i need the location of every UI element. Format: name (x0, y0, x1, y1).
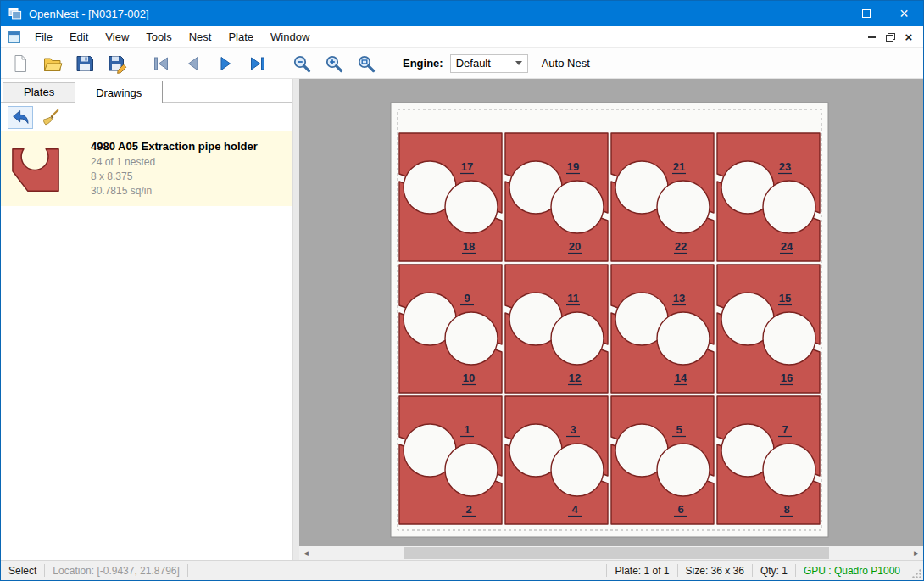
status-separator (187, 564, 188, 577)
part-notch (445, 312, 498, 365)
status-bar: Select Location: [-0.9437, 21.8796] Plat… (1, 560, 923, 580)
go-first-button[interactable] (147, 51, 175, 76)
scrollbar-thumb[interactable] (404, 547, 829, 559)
open-button[interactable] (38, 51, 67, 76)
tab-plates[interactable]: Plates (3, 82, 75, 102)
title-bar: OpenNest - [N0317-002] × (1, 1, 923, 26)
mdi-close-button[interactable]: × (899, 29, 918, 46)
open-folder-icon (42, 53, 63, 74)
go-last-button[interactable] (243, 51, 272, 76)
part-notch (763, 181, 815, 233)
menu-item-plate[interactable]: Plate (220, 27, 262, 47)
scrollbar-track[interactable] (314, 546, 909, 560)
sidebar-tabs: Plates Drawings (1, 79, 292, 103)
nest-pair: 1112 (505, 265, 608, 393)
part-number-label: 12 (569, 372, 581, 384)
window-title: OpenNest - [N0317-002] (29, 8, 149, 20)
part-area: 30.7815 sq/in (91, 184, 258, 198)
part-notch (551, 312, 604, 365)
auto-nest-button[interactable]: Auto Nest (542, 57, 590, 70)
scroll-right-button[interactable]: ► (909, 546, 923, 560)
part-number-label: 2 (465, 503, 471, 516)
status-mode: Select (1, 565, 44, 577)
go-next-button[interactable] (211, 51, 240, 76)
nest-pair: 2324 (717, 133, 820, 261)
part-number-label: 20 (569, 240, 581, 253)
part-notch (445, 444, 498, 496)
menu-bar: File Edit View Tools Nest Plate Window × (1, 26, 923, 48)
part-number-label: 8 (783, 503, 789, 516)
part-number-label: 7 (782, 423, 788, 436)
part-number-label: 19 (567, 160, 579, 173)
scroll-left-button[interactable]: ◄ (299, 546, 314, 560)
new-button[interactable] (6, 51, 35, 76)
status-plate: Plate: 1 of 1 (607, 565, 676, 577)
part-notch (657, 181, 710, 233)
resize-grip[interactable] (910, 567, 923, 580)
part-name: 4980 A05 Extraction pipe holder (91, 140, 258, 153)
save-edit-icon (107, 53, 127, 74)
menu-item-window[interactable]: Window (262, 27, 318, 47)
go-previous-icon (183, 53, 203, 74)
close-icon: × (899, 6, 909, 21)
menu-item-view[interactable]: View (97, 27, 137, 47)
zoom-out-button[interactable] (287, 51, 316, 76)
mdi-close-icon: × (905, 31, 913, 43)
menu-item-nest[interactable]: Nest (181, 27, 220, 47)
part-number-label: 22 (675, 240, 687, 253)
close-button[interactable]: × (885, 1, 923, 26)
nest-viewport: 171819202122232491011121314151612345678 … (299, 79, 923, 560)
sidebar-toolbar (1, 103, 292, 131)
mdi-minimize-button[interactable] (862, 29, 881, 46)
part-number-label: 6 (677, 503, 683, 516)
menu-item-edit[interactable]: Edit (61, 27, 97, 47)
nest-pair: 34 (505, 396, 608, 524)
clear-button[interactable] (38, 106, 64, 129)
broom-icon (42, 108, 61, 127)
part-notch (763, 312, 815, 365)
zoom-fit-icon (356, 53, 376, 74)
zoom-in-button[interactable] (320, 51, 348, 76)
main-toolbar: Engine: Default Auto Nest (1, 48, 923, 79)
maximize-button[interactable] (847, 1, 885, 26)
maximize-icon (862, 9, 871, 18)
save-button[interactable] (70, 51, 99, 76)
part-list-item[interactable]: 4980 A05 Extraction pipe holder 24 of 1 … (1, 131, 292, 206)
part-number-label: 17 (461, 160, 473, 173)
menu-item-tools[interactable]: Tools (137, 27, 180, 47)
part-number-label: 21 (673, 160, 685, 173)
part-number-label: 11 (567, 292, 579, 304)
app-window: OpenNest - [N0317-002] × File Edit View … (0, 0, 924, 581)
part-number-label: 3 (570, 423, 576, 436)
sidebar-splitter[interactable] (292, 79, 299, 560)
zoom-fit-button[interactable] (352, 51, 381, 76)
part-notch (445, 181, 498, 233)
return-arrow-icon (11, 108, 31, 127)
nest-pair: 1718 (399, 133, 502, 261)
tab-drawings[interactable]: Drawings (75, 81, 163, 103)
mdi-restore-button[interactable] (881, 29, 899, 46)
part-number-label: 16 (781, 372, 793, 384)
part-number-label: 9 (464, 292, 470, 304)
minimize-button[interactable] (809, 1, 847, 26)
go-previous-button[interactable] (179, 51, 208, 76)
part-number-label: 13 (673, 292, 685, 304)
engine-select[interactable]: Default (450, 54, 528, 73)
go-last-icon (248, 53, 268, 74)
nest-pair: 56 (611, 396, 714, 524)
save-as-button[interactable] (103, 51, 131, 76)
main-area: Plates Drawings (1, 79, 923, 560)
chevron-down-icon (515, 61, 522, 65)
go-next-icon (215, 53, 236, 74)
part-number-label: 23 (779, 160, 791, 173)
status-gpu: GPU : Quadro P1000 (796, 565, 908, 577)
return-to-plate-button[interactable] (8, 106, 33, 129)
menu-item-file[interactable]: File (26, 27, 61, 47)
engine-label: Engine: (403, 57, 443, 70)
nest-canvas[interactable]: 171819202122232491011121314151612345678 (299, 79, 923, 546)
part-number-label: 4 (571, 503, 578, 516)
part-nested-count: 24 of 1 nested (91, 155, 258, 170)
new-file-icon (10, 53, 31, 74)
engine-selected-value: Default (456, 57, 491, 70)
part-notch (551, 181, 604, 233)
